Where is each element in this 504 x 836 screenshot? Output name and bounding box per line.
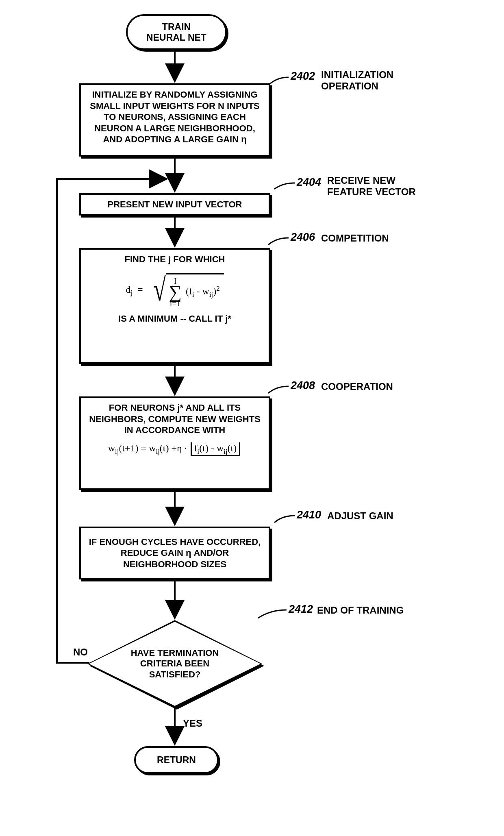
flowchart-canvas: TRAIN NEURAL NET INITIALIZE BY RANDOMLY …	[49, 8, 455, 829]
label-2406: COMPETITION	[321, 233, 389, 244]
decision-2412-text: HAVE TERMINATION CRITERIA BEEN SATISFIED…	[115, 648, 235, 680]
edge-no: NO	[73, 647, 88, 658]
step-2410-text: IF ENOUGH CYCLES HAVE OCCURRED, REDUCE G…	[87, 536, 263, 570]
formula-2406: dj = √ I ∑ i=1 (fi - wij)2	[126, 273, 224, 307]
ref-2410: 2410	[297, 509, 321, 521]
ref-2408: 2408	[291, 379, 315, 392]
label-2402: INITIALIZATION OPERATION	[321, 69, 419, 91]
edge-yes: YES	[183, 718, 202, 729]
ref-2412: 2412	[289, 603, 313, 616]
label-2408: COOPERATION	[321, 381, 393, 392]
step-2406-top: FIND THE j FOR WHICH	[87, 254, 263, 265]
step-2404: PRESENT NEW INPUT VECTOR	[79, 193, 270, 216]
terminal-end-text: RETURN	[157, 755, 196, 765]
step-2402-text: INITIALIZE BY RANDOMLY ASSIGNING SMALL I…	[90, 89, 260, 144]
label-2404: RECEIVE NEW FEATURE VECTOR	[327, 175, 433, 197]
ref-2404: 2404	[297, 176, 321, 189]
terminal-start: TRAIN NEURAL NET	[126, 14, 227, 50]
decision-2412: HAVE TERMINATION CRITERIA BEEN SATISFIED…	[87, 620, 262, 708]
step-2406-bottom: IS A MINIMUM -- CALL IT j*	[87, 313, 263, 324]
terminal-end: RETURN	[134, 746, 219, 774]
terminal-start-line1: TRAIN	[162, 22, 191, 32]
ref-2402: 2402	[291, 70, 315, 83]
step-2402: INITIALIZE BY RANDOMLY ASSIGNING SMALL I…	[79, 83, 270, 157]
step-2410: IF ENOUGH CYCLES HAVE OCCURRED, REDUCE G…	[79, 527, 270, 579]
step-2406: FIND THE j FOR WHICH dj = √ I ∑ i=1 (fi …	[79, 248, 270, 364]
formula-2408: wij(t+1) = wij(t) +η · fi(t) - wij(t)	[108, 442, 242, 457]
label-2412: END OF TRAINING	[317, 605, 404, 616]
terminal-start-line2: NEURAL NET	[146, 32, 206, 43]
label-2410: ADJUST GAIN	[327, 510, 393, 522]
ref-2406: 2406	[291, 231, 315, 244]
step-2408-top: FOR NEURONS j* AND ALL ITS NEIGHBORS, CO…	[87, 402, 263, 436]
step-2408: FOR NEURONS j* AND ALL ITS NEIGHBORS, CO…	[79, 396, 270, 490]
step-2404-text: PRESENT NEW INPUT VECTOR	[108, 199, 242, 210]
